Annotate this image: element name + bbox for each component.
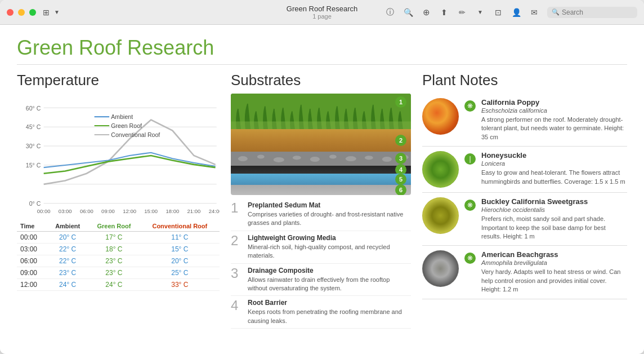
zoom-out-icon[interactable]: 🔍 <box>403 7 413 17</box>
svg-text:21:00: 21:00 <box>187 208 201 214</box>
svg-point-37 <box>382 157 392 162</box>
substrate-text: Lightweight Growing Media Mineral-rich s… <box>248 234 411 260</box>
close-button[interactable] <box>7 9 14 16</box>
substrate-text: Root Barrier Keeps roots from penetratin… <box>248 299 411 325</box>
cell-time: 12:00 <box>17 279 47 291</box>
cell-green: 23° C <box>88 255 140 267</box>
svg-text:45° C: 45° C <box>26 123 41 130</box>
svg-rect-27 <box>231 122 411 130</box>
substrate-name: Root Barrier <box>248 299 411 307</box>
plant-name: American Beachgrass <box>481 250 627 259</box>
share-icon[interactable]: ⬆ <box>439 7 449 17</box>
substrate-list: 1 Preplanted Sedum Mat Comprises varieti… <box>231 198 411 339</box>
plant-scientific: Hierochloe occidentalis <box>481 206 627 213</box>
plant-info: Buckley California Sweetgrass Hierochloe… <box>481 197 627 241</box>
svg-text:Ambient: Ambient <box>111 113 133 120</box>
plant-description: Prefers rich, moist sandy soil and part … <box>481 215 627 241</box>
plant-photo <box>422 98 459 135</box>
substrate-desc: Comprises varieties of drought- and fros… <box>248 210 411 228</box>
plant-description: Very hardy. Adapts well to heat stress o… <box>481 268 627 294</box>
pen-icon[interactable]: ✏ <box>457 7 467 17</box>
cell-time: 00:00 <box>17 232 47 244</box>
table-row: 00:00 20° C 17° C 11° C <box>17 232 220 244</box>
plant-info: Honeysuckle Lonicera Easy to grow and he… <box>481 151 627 186</box>
plant-description: A strong performer on the roof. Moderate… <box>481 116 627 141</box>
search-input[interactable] <box>562 8 629 16</box>
person-icon[interactable]: 👤 <box>511 7 521 17</box>
app-window: ⊞ ▼ Green Roof Research 1 page ⓘ 🔍 ⊕ ⬆ ✏… <box>0 0 644 354</box>
concrete-layer: 6 <box>231 185 411 195</box>
window-title: Green Roof Research <box>287 5 357 13</box>
substrate-number: 1 <box>231 201 242 215</box>
plants-title: Plant Notes <box>422 72 627 89</box>
layer-badge-1: 1 <box>395 96 406 108</box>
svg-text:03:00: 03:00 <box>59 208 72 214</box>
plant-type-icon: ❋ <box>464 100 476 112</box>
cell-ambient: 23° C <box>47 267 88 279</box>
col-conventional: Conventional Roof <box>140 221 220 232</box>
plant-info: American Beachgrass Ammophila breviligul… <box>481 250 627 294</box>
expand-icon[interactable]: ⊡ <box>493 7 503 17</box>
substrate-text: Drainage Composite Allows rainwater to d… <box>248 267 411 293</box>
temperature-section: Temperature 60° C 45° C <box>17 72 220 339</box>
page-title: Green Roof Research <box>17 36 627 65</box>
substrate-desc: Keeps roots from penetrating the roofing… <box>248 308 411 325</box>
cell-green: 24° C <box>88 279 140 291</box>
svg-text:06:00: 06:00 <box>80 208 93 214</box>
page-content: Green Roof Research Temperature <box>0 25 644 354</box>
plants-section: Plant Notes ❋ California Poppy Eschschol… <box>422 72 627 339</box>
cell-conventional: 11° C <box>140 232 220 244</box>
plant-name: California Poppy <box>481 98 627 107</box>
gravel-layer: 3 <box>231 152 411 166</box>
markup-icon[interactable]: ✉ <box>529 7 539 17</box>
svg-text:24:00: 24:00 <box>209 208 220 214</box>
svg-text:Green Roof: Green Roof <box>111 122 142 129</box>
cell-time: 06:00 <box>17 255 47 267</box>
svg-text:Conventional Roof: Conventional Roof <box>111 131 160 138</box>
svg-point-32 <box>293 156 301 160</box>
water-layer: 5 <box>231 174 411 185</box>
svg-point-31 <box>274 157 284 162</box>
info-icon[interactable]: ⓘ <box>385 7 395 17</box>
svg-point-34 <box>329 154 337 158</box>
temperature-chart: 60° C 45° C 30° C 15° C 0° C 00:00 03:00… <box>17 94 220 218</box>
layer-badge-2: 2 <box>395 135 406 146</box>
cell-ambient: 22° C <box>47 244 88 255</box>
cell-time: 09:00 <box>17 267 47 279</box>
plant-type-icon: ❋ <box>464 200 476 211</box>
substrate-item: 1 Preplanted Sedum Mat Comprises varieti… <box>231 198 411 231</box>
minimize-button[interactable] <box>18 9 25 16</box>
plant-list: ❋ California Poppy Eschscholzia californ… <box>422 94 627 339</box>
cell-conventional: 25° C <box>140 267 220 279</box>
substrate-number: 3 <box>231 267 242 280</box>
fullscreen-button[interactable] <box>29 9 36 16</box>
main-grid: Temperature 60° C 45° C <box>17 72 627 339</box>
plant-scientific: Eschscholzia californica <box>481 107 627 114</box>
zoom-in-icon[interactable]: ⊕ <box>421 7 431 17</box>
list-item: ❋ Buckley California Sweetgrass Hierochl… <box>422 193 627 246</box>
substrate-item: 4 Root Barrier Keeps roots from penetrat… <box>231 296 411 329</box>
plant-name: Honeysuckle <box>481 151 627 160</box>
search-bar[interactable]: 🔍 <box>547 7 637 18</box>
titlebar: ⊞ ▼ Green Roof Research 1 page ⓘ 🔍 ⊕ ⬆ ✏… <box>0 0 644 25</box>
soil-layer: 2 <box>231 129 411 152</box>
substrate-item: 3 Drainage Composite Allows rainwater to… <box>231 264 411 297</box>
cell-conventional: 15° C <box>140 244 220 255</box>
layer-badge-6: 6 <box>395 184 406 195</box>
plant-name: Buckley California Sweetgrass <box>481 197 627 206</box>
substrate-item: 2 Lightweight Growing Media Mineral-rich… <box>231 231 411 264</box>
svg-text:0° C: 0° C <box>29 200 41 207</box>
svg-text:18:00: 18:00 <box>166 208 179 214</box>
content-area: Green Roof Research Temperature <box>0 25 644 354</box>
sidebar-toggle-icon[interactable]: ⊞ <box>43 8 50 17</box>
window-subtitle: 1 page <box>312 13 332 20</box>
traffic-lights <box>7 9 36 16</box>
svg-text:60° C: 60° C <box>26 105 41 112</box>
chevron-down-icon[interactable]: ▼ <box>54 9 60 15</box>
grass-layer: 1 <box>231 94 411 129</box>
svg-text:09:00: 09:00 <box>101 208 115 214</box>
chevron-down-toolbar-icon[interactable]: ▼ <box>475 7 485 17</box>
substrate-name: Drainage Composite <box>248 267 411 275</box>
svg-text:15:00: 15:00 <box>144 208 158 214</box>
plant-photo <box>422 151 459 188</box>
